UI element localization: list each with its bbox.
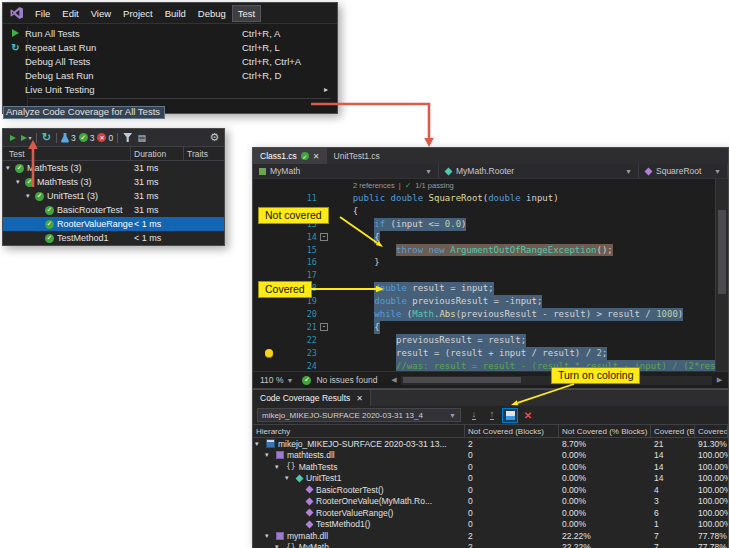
expander-icon[interactable]: ▾ xyxy=(265,532,273,540)
coverage-row-testmethod1[interactable]: TestMethod1()00.00%1100.00% xyxy=(253,519,728,531)
coverage-cell: 100.00% xyxy=(695,450,728,460)
settings-gear-icon[interactable]: ⚙ xyxy=(209,131,220,144)
test-name: UnitTest1 (3) xyxy=(47,191,98,201)
test-row-unittest1-3[interactable]: ▾✓UnitTest1 (3)31 ms xyxy=(3,189,224,203)
type-dropdown[interactable]: MyMath.Rooter ▼ xyxy=(439,164,639,178)
column-duration[interactable]: Duration xyxy=(131,147,184,160)
expander-icon[interactable]: ▾ xyxy=(255,440,263,448)
menu-item-live-unit-testing[interactable]: Live Unit Testing▸ xyxy=(3,82,337,96)
code-line-18: 18double result = input; xyxy=(253,282,715,295)
scrollbar-thumb[interactable] xyxy=(403,377,521,383)
column-test[interactable]: Test xyxy=(3,147,131,160)
coverage-row-rootervaluerange[interactable]: RooterValueRange()00.00%6100.00% xyxy=(253,507,728,519)
zoom-control[interactable]: 110 % ▼ xyxy=(256,375,297,385)
close-tab-icon[interactable]: ✕ xyxy=(313,152,320,161)
menu-item-label: Analyze Code Coverage for All Tests xyxy=(6,106,160,117)
menu-item-debug-all-tests[interactable]: Debug All TestsCtrl+R, Ctrl+A xyxy=(3,54,337,68)
menubar-item-build[interactable]: Build xyxy=(159,5,192,22)
editor-window: Class1.cs ✓ ✕ UnitTest1.cs MyMath ▼ MyMa… xyxy=(252,147,729,389)
menubar-item-file[interactable]: File xyxy=(29,5,56,22)
expander-icon[interactable]: ▾ xyxy=(285,474,293,482)
coloring-icon xyxy=(506,411,515,420)
failed-tests-badge[interactable]: ✕0 xyxy=(97,133,113,143)
import-results-button[interactable]: ↓ xyxy=(466,408,482,423)
codelens-separator: | xyxy=(399,181,401,190)
total-tests-badge[interactable]: 3 xyxy=(61,133,76,143)
menubar-item-test[interactable]: Test xyxy=(232,5,261,22)
method-icon xyxy=(645,167,653,175)
expander-icon[interactable]: ▾ xyxy=(275,543,283,548)
coverage-row-rooteronevalue-mymath-ro[interactable]: RooterOneValue(MyMath.Ro...00.00%3100.00… xyxy=(253,496,728,508)
test-row-rootervaluerange[interactable]: ✓RooterValueRange< 1 ms xyxy=(3,217,224,231)
tab-class1-cs[interactable]: Class1.cs ✓ ✕ xyxy=(253,148,327,164)
line-number: 22 xyxy=(297,334,317,347)
scroll-right-icon[interactable]: ▶ xyxy=(714,376,725,384)
column-covered-blocks[interactable]: Covered (Blocks) xyxy=(651,425,695,437)
tab-code-coverage-results[interactable]: Code Coverage Results ✕ xyxy=(253,390,371,406)
menu-item-debug-last-run[interactable]: Debug Last RunCtrl+R, D xyxy=(3,68,337,82)
menu-item-analyze-code-coverage-for-all-tests[interactable]: Analyze Code Coverage for All Tests xyxy=(3,106,165,119)
references-link[interactable]: 2 references xyxy=(353,181,395,190)
test-row-basicrootertest[interactable]: ✓BasicRooterTest31 ms xyxy=(3,203,224,217)
project-dropdown[interactable]: MyMath ▼ xyxy=(253,164,439,178)
menubar-item-edit[interactable]: Edit xyxy=(56,5,84,22)
coverage-row-unittest1[interactable]: ▾UnitTest100.00%14100.00% xyxy=(253,473,728,485)
test-row-mathtests-3[interactable]: ▾✓MathTests (3)31 ms xyxy=(3,161,224,175)
group-by-button[interactable]: ▤ xyxy=(136,133,147,143)
quick-actions-lightbulb-icon[interactable] xyxy=(265,349,273,357)
editor-vertical-scrollbar[interactable] xyxy=(715,179,728,371)
coverage-row-basicrootertest[interactable]: BasicRooterTest()00.00%4100.00% xyxy=(253,484,728,496)
coverage-cell: 0.00% xyxy=(559,508,651,518)
expander-icon[interactable]: ▾ xyxy=(26,192,35,200)
coverage-row-mikejo-mikejo-surface-2020-03-31-13[interactable]: ▾mikejo_MIKEJO-SURFACE 2020-03-31 13...2… xyxy=(253,438,728,450)
no-issues-icon[interactable]: ✓ xyxy=(302,376,311,385)
coverage-cell: 14 xyxy=(651,473,695,483)
passing-link[interactable]: 1/1 passing xyxy=(415,181,453,190)
expander-icon[interactable]: ▾ xyxy=(6,164,15,172)
chevron-down-icon: ▾ xyxy=(28,134,31,141)
line-number: 21 xyxy=(297,321,317,334)
coverage-file-dropdown[interactable]: mikejo_MIKEJO-SURFACE 2020-03-31 13_4 ▼ xyxy=(257,408,461,422)
menubar-item-debug[interactable]: Debug xyxy=(192,5,232,22)
test-row-mathtests-3[interactable]: ▾✓MathTests (3)31 ms xyxy=(3,175,224,189)
passed-tests-badge[interactable]: ✓3 xyxy=(79,133,95,143)
collapse-region-icon[interactable]: - xyxy=(320,233,328,241)
run-all-tests-button[interactable] xyxy=(7,135,18,141)
export-results-button[interactable]: ↑ xyxy=(484,408,500,423)
show-coverage-coloring-button[interactable] xyxy=(502,408,518,423)
coverage-row-mathtests[interactable]: ▾{}MathTests00.00%14100.00% xyxy=(253,461,728,473)
menubar-item-project[interactable]: Project xyxy=(117,5,159,22)
scroll-left-icon[interactable]: ◀ xyxy=(388,376,399,384)
failed-icon: ✕ xyxy=(97,133,106,142)
member-dropdown[interactable]: SquareRoot ▼ xyxy=(639,164,728,178)
scrollbar-thumb[interactable] xyxy=(718,210,726,294)
test-row-testmethod1[interactable]: ✓TestMethod1< 1 ms xyxy=(3,231,224,245)
menubar-item-view[interactable]: View xyxy=(85,5,117,22)
column-not-covered-percent[interactable]: Not Covered (% Blocks) xyxy=(559,425,651,437)
filter-button[interactable] xyxy=(122,133,133,142)
repeat-last-run-button[interactable]: ↻ xyxy=(41,131,52,144)
menu-item-repeat-last-run[interactable]: ↻Repeat Last RunCtrl+R, L xyxy=(3,40,337,54)
toolbar-separator xyxy=(36,133,37,143)
tab-unittest1-cs[interactable]: UnitTest1.cs xyxy=(327,148,387,164)
coverage-row-mymath[interactable]: ▾{}MyMath222.22%777.78% xyxy=(253,542,728,548)
annotation-covered: Covered xyxy=(258,281,312,298)
collapse-region-icon[interactable]: - xyxy=(320,323,328,331)
chevron-down-icon: ▼ xyxy=(625,168,632,175)
menu-item-run-all-tests[interactable]: Run All TestsCtrl+R, A xyxy=(3,26,337,40)
import-icon: ↓ xyxy=(472,410,477,420)
column-not-covered-blocks[interactable]: Not Covered (Blocks) xyxy=(465,425,559,437)
coverage-row-mathtests-dll[interactable]: ▾mathtests.dll00.00%14100.00% xyxy=(253,450,728,462)
run-test-button[interactable]: ▾ xyxy=(21,134,32,141)
expander-icon[interactable]: ▾ xyxy=(16,178,25,186)
expander-icon[interactable]: ▾ xyxy=(265,451,273,459)
coverage-cell: 7 xyxy=(651,542,695,548)
remove-results-button[interactable]: ✕ xyxy=(520,408,536,423)
close-panel-icon[interactable]: ✕ xyxy=(356,394,363,403)
coverage-row-mymath-dll[interactable]: ▾mymath.dll222.22%777.78% xyxy=(253,530,728,542)
visual-studio-logo-icon xyxy=(7,6,27,20)
column-hierarchy[interactable]: Hierarchy xyxy=(253,425,465,437)
column-covered-percent[interactable]: Covered (% Blocks) xyxy=(695,425,728,437)
column-traits[interactable]: Traits xyxy=(184,149,208,159)
expander-icon[interactable]: ▾ xyxy=(275,463,283,471)
